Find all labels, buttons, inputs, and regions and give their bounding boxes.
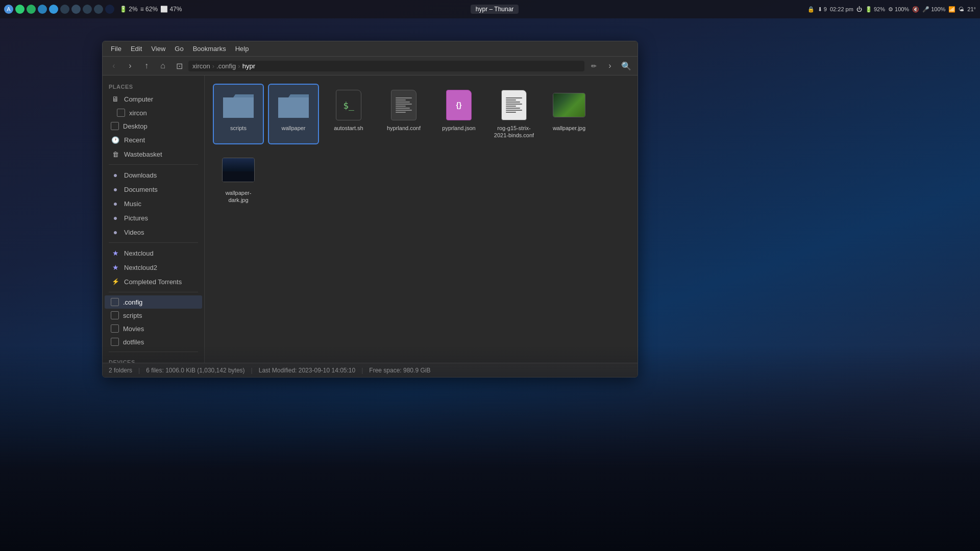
file-item-wallpaper-jpg[interactable]: wallpaper.jpg [544,84,595,144]
app-icon-5[interactable] [49,5,58,14]
sidebar-label-dotfiles: dotfiles [123,338,144,346]
statusbar-sep-2: | [251,367,253,374]
sidebar-item-movies[interactable]: Movies [105,322,202,335]
statusbar-sep-3: | [361,367,363,374]
recent-icon: 🕐 [111,135,120,144]
app-icon-7[interactable] [71,5,81,14]
sidebar-item-wastebasket[interactable]: 🗑 Wastebasket [105,147,202,161]
app-icon-2[interactable] [15,5,24,14]
menu-view[interactable]: View [147,43,169,54]
file-manager-window: File Edit View Go Bookmarks Help ‹ › ↑ ⌂… [102,41,638,378]
menu-edit[interactable]: Edit [127,43,146,54]
app-icon-6[interactable] [60,5,69,14]
statusbar-sep-1: | [138,367,140,374]
back-button[interactable]: ‹ [107,59,121,73]
menu-help[interactable]: Help [231,43,253,54]
sidebar-item-documents[interactable]: ● Documents [105,182,202,196]
app-icon-10[interactable] [105,5,114,14]
app-icon-9[interactable] [94,5,103,14]
go-next-button[interactable]: › [603,59,617,73]
devices-section-header: Devices [103,355,204,363]
sidebar-item-completed-torrents[interactable]: ⚡ Completed Torrents [105,274,202,289]
sidebar-label-videos: Videos [124,229,144,236]
wifi-icon: 📶 [948,6,955,13]
sidebar-label-wastebasket: Wastebasket [124,151,162,158]
sidebar-item-pictures[interactable]: ● Pictures [105,211,202,225]
sidebar-label-recent: Recent [124,136,145,144]
wallpaper-dark-jpg-label: wallpaper-dark.jpg [216,189,261,204]
conf-line-5 [396,106,406,107]
conf-line-4 [396,104,412,105]
edit-location-button[interactable]: ✏ [586,59,601,73]
conf-line-6 [396,108,410,109]
sidebar-item-dotfiles[interactable]: dotfiles [105,335,202,348]
rog-line-2 [506,99,516,101]
main-content: Places 🖥 Computer xircon Desktop 🕐 Recen… [103,76,638,363]
home-button[interactable]: ⌂ [156,59,170,73]
ram-stat: ≡ 62% [140,6,158,13]
app-icon-8[interactable] [83,5,92,14]
breadcrumb-bar: xircon › .config › hypr [188,61,584,71]
breadcrumb-current[interactable]: hypr [242,62,255,70]
forward-button[interactable]: › [123,59,137,73]
rog-line-8 [506,112,516,113]
up-button[interactable]: ↑ [139,59,154,73]
sidebar-label-movies: Movies [123,325,144,333]
xircon-icon [117,109,125,117]
sidebar-label-computer: Computer [124,95,153,103]
menu-file[interactable]: File [107,43,126,54]
rog-line-7 [506,110,522,111]
sidebar-item-desktop[interactable]: Desktop [105,119,202,133]
active-window-label[interactable]: hypr – Thunar [471,5,519,14]
menu-bookmarks[interactable]: Bookmarks [189,43,230,54]
conf-line-8 [396,112,406,113]
menubar: File Edit View Go Bookmarks Help [103,41,638,57]
location-toggle-button[interactable]: ⊡ [172,59,186,73]
taskbar-left-icons: A [4,5,114,14]
sidebar-label-xircon: xircon [129,109,147,117]
file-item-wallpaper[interactable]: wallpaper [268,84,319,144]
sidebar-item-nextcloud[interactable]: ★ Nextcloud [105,246,202,260]
sidebar-item-music[interactable]: ● Music [105,196,202,211]
sidebar-divider-4 [109,352,198,352]
sidebar-item-scripts[interactable]: scripts [105,309,202,322]
wallpaper-jpg-icon [553,89,585,121]
wallpaper-jpg-thumbnail [553,93,585,117]
search-button[interactable]: 🔍 [619,59,633,73]
cloud-icon: 🌤 [959,6,964,12]
sidebar-item-xircon[interactable]: xircon [105,106,202,119]
mic-stat: 🎤 100% [922,6,945,13]
sidebar-item-computer[interactable]: 🖥 Computer [105,92,202,106]
breadcrumb-config[interactable]: .config [216,62,236,70]
nextcloud2-icon: ★ [111,263,120,272]
conf-line-3 [396,102,410,103]
scripts-folder-icon [222,89,255,121]
wallpaper-dark-jpg-icon [222,154,255,186]
sidebar-item-videos[interactable]: ● Videos [105,225,202,239]
sidebar-label-pictures: Pictures [124,214,148,222]
file-item-rog-conf[interactable]: rog-g15-strix-2021-binds.conf [488,84,540,144]
app-icon-3[interactable] [27,5,36,14]
file-item-wallpaper-dark-jpg[interactable]: wallpaper-dark.jpg [213,148,264,209]
arch-icon[interactable]: A [4,5,13,14]
file-item-pyprland-json[interactable]: {} pyprland.json [433,84,484,144]
sidebar-label-nextcloud: Nextcloud [124,249,154,257]
breadcrumb-xircon[interactable]: xircon [192,62,210,70]
places-section-header: Places [103,80,204,92]
file-item-hyprland-conf[interactable]: hyprland.conf [378,84,429,144]
power-icon[interactable]: ⏻ [856,6,862,12]
downloads-icon: ● [111,170,120,180]
dotfiles-folder-icon [111,338,119,346]
file-item-scripts[interactable]: scripts [213,84,264,144]
sidebar-item-nextcloud2[interactable]: ★ Nextcloud2 [105,260,202,274]
sidebar-item-downloads[interactable]: ● Downloads [105,168,202,182]
file-item-autostart[interactable]: $_ autostart.sh [323,84,374,144]
menu-go[interactable]: Go [170,43,187,54]
wallpaper-jpg-label: wallpaper.jpg [553,124,585,132]
sidebar-item-recent[interactable]: 🕐 Recent [105,133,202,147]
documents-icon: ● [111,185,120,194]
sidebar-item-config[interactable]: .config [105,295,202,309]
rog-line-3 [506,102,520,103]
breadcrumb-sep-1: › [212,62,214,70]
app-icon-4[interactable] [38,5,47,14]
